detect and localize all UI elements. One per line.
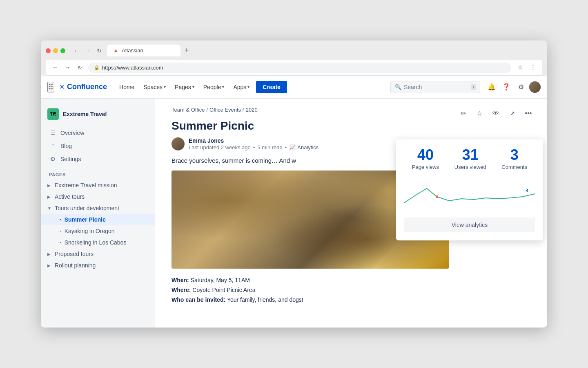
grid-menu-button[interactable]: ⠿ (47, 82, 54, 92)
apps-chevron-icon: ▾ (247, 85, 249, 89)
search-box[interactable]: 🔍 Search / (390, 81, 480, 93)
tree-item-label: Tours under development (55, 205, 148, 211)
tab-favicon-icon: 🔺 (113, 48, 119, 54)
blog-icon: " (49, 143, 56, 149)
forward-button[interactable]: → (83, 46, 92, 55)
active-tab[interactable]: 🔺 Atlassian (107, 45, 180, 56)
comments-number: 3 (501, 148, 527, 162)
main-area: 🗺 Exxtreme Travel ☰ Overview " Blog ⚙ Se… (41, 99, 547, 328)
people-chevron-icon: ▾ (222, 85, 224, 89)
content-area: Team & Office / Office Events / 2020 ✏ ☆… (155, 99, 547, 328)
url-text: https://www.atlassian.com (102, 65, 163, 71)
tree-item-mission[interactable]: ▶ Exxtreme Travel mission (41, 180, 155, 191)
addr-back-button[interactable]: ← (50, 62, 60, 73)
dot-separator: • (253, 144, 255, 150)
sidebar-overview[interactable]: ☰ Overview (41, 126, 155, 139)
analytics-popup: 40 Page views 31 Users viewed 3 Comments (396, 139, 543, 240)
tab-bar: 🔺 Atlassian + (107, 45, 191, 56)
share-button[interactable]: ↗ (506, 107, 519, 120)
tree-item-proposed[interactable]: ▶ Proposed tours (41, 248, 155, 260)
tree-expand-icon: ▼ (47, 206, 52, 211)
sidebar-blog[interactable]: " Blog (41, 139, 155, 153)
analytics-link[interactable]: 📈 Analytics (289, 144, 318, 150)
settings-button[interactable]: ⚙ (514, 81, 528, 94)
settings-gear-icon: ⚙ (49, 156, 56, 162)
tree-item-label: Exxtreme Travel mission (55, 182, 148, 188)
new-tab-button[interactable]: + (183, 45, 191, 56)
home-label: Home (119, 84, 134, 90)
star-page-button[interactable]: ☆ (473, 107, 486, 120)
sidebar-settings[interactable]: ⚙ Settings (41, 153, 155, 166)
page-views-stat: 40 Page views (412, 148, 439, 170)
tree-chevron-icon: ▶ (47, 263, 52, 268)
fullscreen-dot[interactable] (60, 48, 65, 53)
tree-item-label: Proposed tours (55, 251, 148, 257)
avatar-image (529, 81, 541, 93)
search-placeholder-text: Search (404, 84, 469, 90)
tree-item-snorkeling[interactable]: ● Snorkeling in Los Cabos (41, 237, 155, 248)
sidebar-header: 🗺 Exxtreme Travel (41, 105, 155, 126)
overview-icon: ☰ (49, 130, 56, 136)
who-value: Your family, friends, and dogs! (227, 296, 303, 303)
tree-item-kayaking[interactable]: ● Kayaking in Oregon (41, 225, 155, 237)
lock-icon: 🔒 (94, 65, 100, 70)
spaces-label: Spaces (143, 84, 163, 90)
addr-actions: ☆ ⋮ (514, 62, 538, 73)
people-label: People (203, 84, 221, 90)
tree-bullet-active-icon: ● (60, 218, 61, 221)
star-button[interactable]: ☆ (514, 62, 525, 73)
watch-button[interactable]: 👁 (489, 107, 502, 120)
breadcrumb-sep-2: / (243, 107, 244, 113)
logo: ✕ Confluence (59, 83, 107, 91)
minimize-dot[interactable] (53, 48, 58, 53)
breadcrumb-office[interactable]: Office Events (209, 107, 241, 113)
close-dot[interactable] (46, 48, 51, 53)
apps-nav-item[interactable]: Apps ▾ (229, 81, 254, 93)
edit-button[interactable]: ✏ (457, 107, 470, 120)
tree-chevron-icon: ▶ (47, 252, 52, 256)
back-button[interactable]: ← (72, 46, 81, 55)
stats-row: 40 Page views 31 Users viewed 3 Comments (404, 148, 535, 170)
home-nav-item[interactable]: Home (115, 81, 138, 93)
create-button[interactable]: Create (256, 81, 287, 93)
traffic-lights (46, 48, 65, 53)
tree-item-tours-under[interactable]: ▼ Tours under development (41, 202, 155, 214)
settings-label: Settings (60, 156, 81, 162)
overview-label: Overview (60, 130, 84, 136)
space-icon: 🗺 (47, 108, 59, 120)
addr-forward-button[interactable]: → (62, 62, 73, 73)
tree-bullet-icon: ● (60, 230, 61, 232)
pages-nav-item[interactable]: Pages ▾ (171, 81, 198, 93)
pages-section-label: PAGES (41, 166, 155, 180)
spaces-nav-item[interactable]: Spaces ▾ (139, 81, 170, 93)
comments-stat: 3 Comments (501, 148, 527, 170)
tree-item-active-tours[interactable]: ▶ Active tours (41, 191, 155, 202)
pages-tree: ▶ Exxtreme Travel mission ▶ Active tours… (41, 180, 155, 271)
tree-item-rollout[interactable]: ▶ Rollout planning (41, 260, 155, 271)
sidebar: 🗺 Exxtreme Travel ☰ Overview " Blog ⚙ Se… (41, 99, 155, 328)
when-row: When: Saturday, May 5, 11AM (172, 277, 531, 283)
more-button[interactable]: ⋮ (528, 62, 538, 73)
blog-label: Blog (60, 143, 72, 149)
tree-item-summer-picnic[interactable]: ● Summer Picnic (41, 214, 155, 225)
breadcrumb-team[interactable]: Team & Office (172, 107, 205, 113)
user-avatar[interactable] (529, 81, 541, 93)
page-views-number: 40 (412, 148, 439, 162)
refresh-button[interactable]: ↻ (95, 46, 104, 55)
search-shortcut: / (471, 84, 476, 90)
view-analytics-button[interactable]: View analytics (404, 218, 535, 232)
breadcrumb-year[interactable]: 2020 (246, 107, 258, 113)
address-field[interactable]: 🔒 https://www.atlassian.com (88, 63, 511, 73)
comments-label: Comments (501, 164, 527, 170)
notifications-button[interactable]: 🔔 (485, 81, 498, 94)
nav-icon-buttons: 🔔 ❓ ⚙ (485, 81, 541, 94)
tree-chevron-icon: ▶ (47, 195, 52, 199)
help-button[interactable]: ❓ (500, 81, 513, 94)
more-options-button[interactable]: ••• (522, 107, 535, 120)
space-name: Exxtreme Travel (63, 111, 107, 117)
addr-refresh-button[interactable]: ↻ (74, 62, 85, 73)
space-emoji: 🗺 (50, 111, 56, 117)
people-nav-item[interactable]: People ▾ (199, 81, 229, 93)
content-toolbar: ✏ ☆ 👁 ↗ ••• (457, 107, 535, 120)
tree-item-label: Snorkeling in Los Cabos (65, 239, 148, 246)
